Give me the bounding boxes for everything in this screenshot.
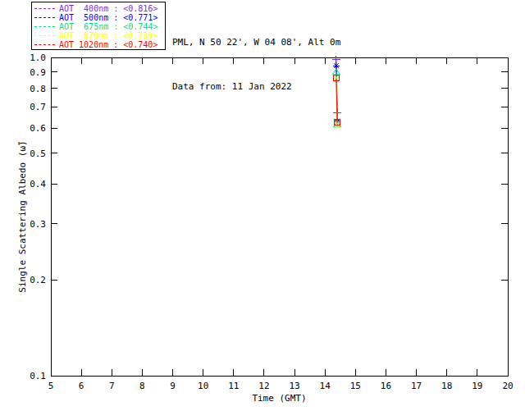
x-tick-label: 18 <box>441 381 452 391</box>
x-tick-label: 11 <box>228 381 239 391</box>
x-tick-label: 15 <box>350 381 361 391</box>
legend-item: AOT 1020nm : <0.740> <box>34 40 165 49</box>
x-tick-label: 9 <box>170 381 176 391</box>
y-tick-label: 0.8 <box>30 84 46 94</box>
x-tick-label: 10 <box>198 381 208 391</box>
y-tick-label: 0.3 <box>30 219 46 230</box>
legend-item-label: AOT 870nm : <0.730> <box>59 31 158 40</box>
legend-item: AOT 500nm : <0.771> <box>34 13 165 22</box>
legend-item-label: AOT 500nm : <0.771> <box>59 13 158 22</box>
legend-item-label: AOT 400nm : <0.816> <box>59 4 158 13</box>
x-axis-label: Time (GMT) <box>252 393 306 404</box>
legend-line-sample <box>34 8 55 9</box>
x-tick-label: 13 <box>289 381 299 391</box>
ssa-plot-figure: 5678910111213141516171819201.00.90.80.70… <box>0 0 525 420</box>
y-tick-label: 0.5 <box>30 148 46 159</box>
legend-box: AOT 400nm : <0.816> AOT 500nm : <0.771> … <box>31 2 166 50</box>
x-tick-label: 14 <box>320 381 331 391</box>
plot-header: PML, N 50 22', W 04 08', Alt 0m Data fro… <box>172 6 340 124</box>
y-tick-label: 0.7 <box>30 102 46 112</box>
legend-line-sample <box>34 44 55 45</box>
y-tick-label: 0.6 <box>30 123 46 134</box>
x-tick-label: 5 <box>48 381 54 391</box>
x-tick-label: 17 <box>411 381 422 391</box>
y-axis-label: Single Scattering Albedo (ω̃) <box>17 140 28 292</box>
legend-item-label: AOT 1020nm : <0.740> <box>59 40 158 49</box>
legend-line-sample <box>34 35 55 36</box>
x-tick-label: 20 <box>502 381 513 391</box>
y-tick-label: 1.0 <box>30 52 46 63</box>
x-tick-label: 19 <box>472 381 482 391</box>
x-tick-label: 7 <box>109 381 115 391</box>
y-tick-label: 0.9 <box>30 67 46 78</box>
y-tick-label: 0.4 <box>30 179 46 189</box>
x-tick-label: 12 <box>258 381 269 391</box>
legend-item: AOT 400nm : <0.816> <box>34 4 165 13</box>
x-tick-label: 6 <box>79 381 84 391</box>
y-tick-label: 0.2 <box>30 275 46 285</box>
legend-item: AOT 675nm : <0.744> <box>34 22 165 31</box>
station-info: PML, N 50 22', W 04 08', Alt 0m <box>172 35 340 50</box>
x-tick-label: 8 <box>139 381 145 391</box>
y-tick-label: 0.1 <box>30 371 46 381</box>
legend-line-sample <box>34 26 55 27</box>
legend-item: AOT 870nm : <0.730> <box>34 31 165 40</box>
legend-item-label: AOT 675nm : <0.744> <box>59 22 158 31</box>
x-tick-label: 16 <box>381 381 391 391</box>
legend-line-sample <box>34 17 55 18</box>
data-date: Data from: 11 Jan 2022 <box>172 80 340 94</box>
